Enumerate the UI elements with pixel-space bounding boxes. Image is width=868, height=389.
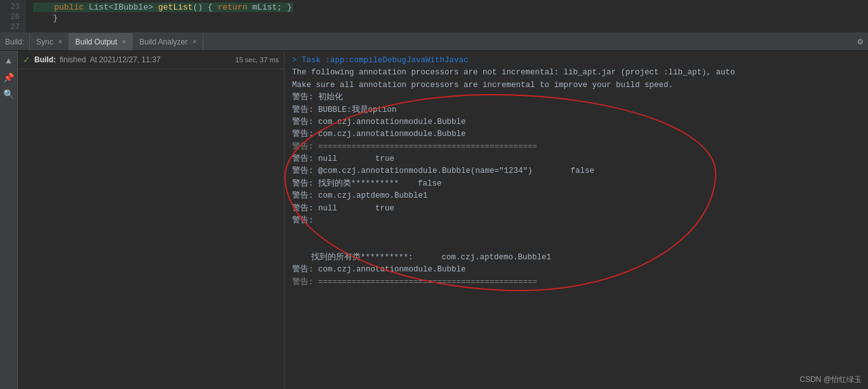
watermark: CSDN @怡红绿玉	[799, 374, 862, 385]
tab-build-analyzer-close[interactable]: ×	[193, 38, 197, 45]
pin-icon[interactable]: 📌	[3, 71, 15, 84]
build-finished-text: finished	[60, 55, 86, 64]
build-datetime: At 2021/12/27, 11:37	[90, 55, 160, 64]
code-area: 23 26 27 public List<IBubble> getList() …	[0, 0, 868, 33]
output-line-18: 警告: ====================================…	[292, 276, 860, 289]
tab-build-output-label: Build Output	[76, 38, 117, 46]
output-area[interactable]: > Task :app:compileDebugJavaWithJavac Th…	[284, 51, 868, 389]
code-content-23: public List<IBubble> getList() { return …	[33, 3, 293, 12]
code-lines: public List<IBubble> getList() { return …	[25, 0, 301, 32]
output-line-3: 警告: 初始化	[292, 92, 860, 104]
output-line-14	[292, 227, 860, 239]
output-line-2: Make sure all annotation processors are …	[292, 79, 860, 92]
build-label: Build:	[34, 55, 56, 64]
output-line-0: > Task :app:compileDebugJavaWithJavac	[292, 55, 860, 67]
line-num-23: 23	[5, 3, 20, 11]
tab-bar: Build: Sync × Build Output × Build Analy…	[0, 33, 868, 51]
line-num-27: 27	[5, 23, 20, 32]
build-panel: ✓ Build: finished At 2021/12/27, 11:37 1…	[18, 51, 284, 389]
output-line-6: 警告: com.czj.annotationmodule.Bubble	[292, 128, 860, 140]
line-num-26: 26	[5, 13, 20, 22]
tab-build-analyzer-label: Build Analyzer	[139, 38, 187, 46]
main-area: ▲ 📌 🔍 ✓ Build: finished At 2021/12/27, 1…	[0, 51, 868, 389]
output-line-5: 警告: com.czj.annotationmodule.Bubble	[292, 116, 860, 128]
build-result-row: ✓ Build: finished At 2021/12/27, 11:37 1…	[18, 51, 284, 69]
line-numbers: 23 26 27	[0, 0, 25, 32]
tab-sync[interactable]: Sync ×	[30, 33, 69, 50]
output-line-12: 警告: null true	[292, 203, 860, 215]
code-line-27	[33, 24, 293, 34]
output-line-15	[292, 240, 860, 252]
output-line-11: 警告: com.czj.aptdemo.Bubble1	[292, 190, 860, 202]
tab-sync-close[interactable]: ×	[58, 38, 62, 45]
output-line-17: 警告: com.czj.annotationmodule.Bubble	[292, 264, 860, 276]
settings-icon[interactable]: ⚙	[858, 36, 863, 47]
tab-build-output[interactable]: Build Output ×	[69, 33, 133, 50]
output-line-16: 找到的所有类**********: com.czj.aptdemo.Bubble…	[292, 252, 860, 264]
code-line-23: public List<IBubble> getList() { return …	[33, 3, 293, 12]
output-line-1: The following annotation processors are …	[292, 67, 860, 79]
output-line-4: 警告: BUBBLE:我是option	[292, 104, 860, 116]
code-line-26: }	[33, 13, 293, 23]
build-duration: 15 sec, 37 ms	[236, 56, 279, 64]
tab-build-output-close[interactable]: ×	[123, 38, 126, 45]
output-line-8: 警告: null true	[292, 153, 860, 165]
check-icon: ✓	[23, 55, 30, 65]
output-line-9: 警告: @com.czj.annotationmodule.Bubble(nam…	[292, 165, 860, 177]
output-line-10: 警告: 找到的类********** false	[292, 178, 860, 190]
search-icon[interactable]: 🔍	[3, 88, 15, 100]
left-sidebar: ▲ 📌 🔍	[0, 51, 18, 389]
output-line-7: 警告: ====================================…	[292, 141, 860, 153]
tab-bar-label: Build:	[0, 33, 30, 50]
collapse-icon[interactable]: ▲	[3, 55, 15, 67]
tab-build-analyzer[interactable]: Build Analyzer ×	[133, 33, 203, 50]
tab-sync-label: Sync	[36, 38, 53, 46]
output-line-13: 警告:	[292, 215, 860, 227]
